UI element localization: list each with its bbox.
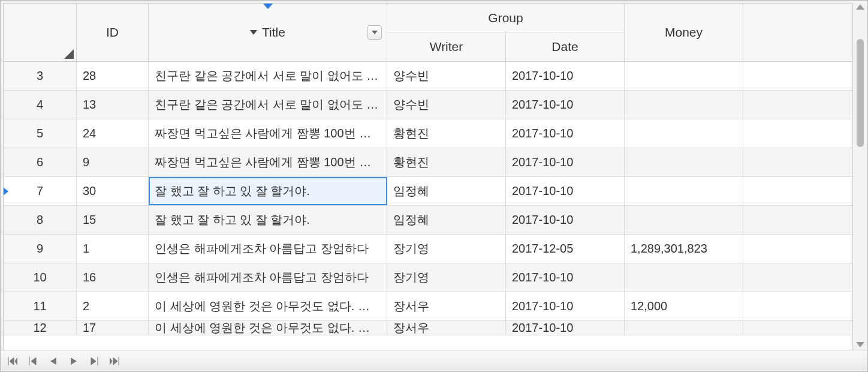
cell-money[interactable] — [625, 206, 743, 234]
cell-extra[interactable] — [743, 292, 838, 320]
table-row[interactable]: 91인생은 해파에게조차 아름답고 장엄하다장기영2017-12-051,289… — [4, 235, 852, 263]
table-row[interactable]: 1016인생은 해파에게조차 아름답고 장엄하다장기영2017-10-10 — [4, 263, 852, 292]
cell-writer[interactable]: 장기영 — [387, 263, 506, 292]
cell-id[interactable]: 24 — [77, 119, 149, 148]
scroll-up-arrow-icon[interactable] — [856, 4, 864, 10]
cell-rownum[interactable]: 8 — [4, 206, 77, 234]
cell-id[interactable]: 30 — [77, 177, 149, 205]
cell-extra[interactable] — [743, 62, 838, 90]
vertical-scrollbar[interactable] — [854, 3, 866, 349]
cell-title[interactable]: 친구란 같은 공간에서 서로 말이 없어도 그 고요함이 어색하지 않은 관계 — [149, 62, 387, 90]
table-row[interactable]: 1217이 세상에 영원한 것은 아무것도 없다. 우리의 문제들도 마찬가지다… — [4, 321, 852, 335]
cell-rownum[interactable]: 4 — [4, 91, 77, 119]
cell-title[interactable]: 이 세상에 영원한 것은 아무것도 없다. 우리의 문제들도 마찬가지다. — [149, 321, 387, 335]
cell-date[interactable]: 2017-10-10 — [506, 148, 625, 176]
cell-extra[interactable] — [743, 91, 838, 119]
cell-id[interactable]: 2 — [77, 292, 149, 320]
cell-rownum[interactable]: 9 — [4, 235, 77, 263]
cell-id[interactable]: 15 — [77, 206, 149, 234]
cell-writer[interactable]: 장서우 — [387, 321, 506, 335]
cell-rownum[interactable]: 5 — [4, 119, 77, 148]
cell-id[interactable]: 1 — [77, 235, 149, 263]
cell-writer[interactable]: 황현진 — [387, 119, 506, 148]
cell-money[interactable] — [625, 321, 743, 335]
cell-money[interactable] — [625, 263, 743, 292]
cell-writer[interactable]: 장기영 — [387, 235, 506, 263]
cell-writer[interactable]: 임정혜 — [387, 206, 506, 234]
cell-money[interactable] — [625, 91, 743, 119]
cell-writer[interactable]: 임정혜 — [387, 177, 506, 205]
cell-id[interactable]: 16 — [77, 263, 149, 292]
cell-title[interactable]: 잘 했고 잘 하고 있 잘 할거야. — [149, 177, 387, 205]
table-row[interactable]: 524짜장면 먹고싶은 사람에게 짬뽕 100번 먹어봐야 소용없다황현진201… — [4, 119, 852, 148]
cell-title[interactable]: 인생은 해파에게조차 아름답고 장엄하다 — [149, 263, 387, 292]
cell-date[interactable]: 2017-10-10 — [506, 91, 625, 119]
scroll-down-arrow-icon[interactable] — [856, 342, 864, 347]
cell-money[interactable]: 1,289,301,823 — [625, 235, 743, 263]
cell-date[interactable]: 2017-10-10 — [506, 321, 625, 335]
cell-rownum[interactable]: 11 — [4, 292, 77, 320]
table-row[interactable]: 815잘 했고 잘 하고 있 잘 할거야.임정혜2017-10-10 — [4, 206, 852, 235]
table-row[interactable]: 112이 세상에 영원한 것은 아무것도 없다. 우리의 문제들도 마찬가지다.… — [4, 292, 852, 321]
cell-money[interactable]: 12,000 — [625, 292, 743, 320]
cell-extra[interactable] — [743, 177, 838, 205]
cell-money[interactable] — [625, 62, 743, 90]
header-title[interactable]: Title — [149, 4, 387, 61]
header-date[interactable]: Date — [506, 32, 625, 61]
cell-writer[interactable]: 황현진 — [387, 148, 506, 176]
cell-title[interactable]: 친구란 같은 공간에서 서로 말이 없어도 그 고요함이 어색하지 않은 관계 — [149, 91, 387, 119]
cell-rownum[interactable]: 10 — [4, 263, 77, 292]
pager-prev-button[interactable] — [47, 355, 59, 367]
cell-extra[interactable] — [743, 148, 838, 176]
pager-next-page-button[interactable] — [88, 355, 100, 367]
cell-writer[interactable]: 양수빈 — [387, 91, 506, 119]
cell-id[interactable]: 13 — [77, 91, 149, 119]
pager-first-button[interactable] — [7, 355, 19, 367]
pager-last-button[interactable] — [108, 355, 120, 367]
cell-date[interactable]: 2017-10-10 — [506, 119, 625, 148]
cell-title[interactable]: 짜장면 먹고싶은 사람에게 짬뽕 100번 먹어봐야 소용없다 — [149, 148, 387, 176]
cell-rownum[interactable]: 7 — [4, 177, 77, 205]
cell-title[interactable]: 짜장면 먹고싶은 사람에게 짬뽕 100번 먹어봐야 소용없다 — [149, 119, 387, 148]
header-rownum[interactable] — [4, 4, 77, 61]
cell-extra[interactable] — [743, 235, 838, 263]
header-money[interactable]: Money — [625, 4, 743, 61]
cell-date[interactable]: 2017-10-10 — [506, 177, 625, 205]
table-row[interactable]: 413친구란 같은 공간에서 서로 말이 없어도 그 고요함이 어색하지 않은 … — [4, 91, 852, 119]
cell-date[interactable]: 2017-10-10 — [506, 263, 625, 292]
cell-extra[interactable] — [743, 206, 838, 234]
cell-writer[interactable]: 양수빈 — [387, 62, 506, 90]
table-row[interactable]: 69짜장면 먹고싶은 사람에게 짬뽕 100번 먹어봐야 소용없다황현진2017… — [4, 148, 852, 177]
scroll-thumb[interactable] — [857, 39, 864, 147]
cell-money[interactable] — [625, 148, 743, 176]
pager-prev-page-button[interactable] — [27, 355, 39, 367]
cell-extra[interactable] — [743, 119, 838, 148]
cell-extra[interactable] — [743, 321, 838, 335]
table-row[interactable]: 328친구란 같은 공간에서 서로 말이 없어도 그 고요함이 어색하지 않은 … — [4, 62, 852, 91]
cell-writer[interactable]: 장서우 — [387, 292, 506, 320]
cell-date[interactable]: 2017-10-10 — [506, 206, 625, 234]
header-group-top[interactable]: Group — [387, 4, 625, 32]
cell-date[interactable]: 2017-10-10 — [506, 62, 625, 90]
pager-next-button[interactable] — [68, 355, 80, 367]
cell-rownum[interactable]: 6 — [4, 148, 77, 176]
header-extra[interactable] — [743, 4, 838, 61]
cell-money[interactable] — [625, 177, 743, 205]
cell-id[interactable]: 17 — [77, 321, 149, 335]
header-date-label: Date — [551, 40, 578, 54]
cell-date[interactable]: 2017-12-05 — [506, 235, 625, 263]
cell-title[interactable]: 잘 했고 잘 하고 있 잘 할거야. — [149, 206, 387, 234]
cell-date[interactable]: 2017-10-10 — [506, 292, 625, 320]
cell-id[interactable]: 28 — [77, 62, 149, 90]
cell-money[interactable] — [625, 119, 743, 148]
cell-title[interactable]: 이 세상에 영원한 것은 아무것도 없다. 우리의 문제들도 마찬가지다. — [149, 292, 387, 320]
cell-title[interactable]: 인생은 해파에게조차 아름답고 장엄하다 — [149, 235, 387, 263]
header-id[interactable]: ID — [77, 4, 149, 61]
table-row[interactable]: 730잘 했고 잘 하고 있 잘 할거야.임정혜2017-10-10 — [4, 177, 852, 206]
cell-rownum[interactable]: 12 — [4, 321, 77, 335]
title-filter-button[interactable] — [367, 25, 382, 40]
cell-id[interactable]: 9 — [77, 148, 149, 176]
header-writer[interactable]: Writer — [387, 32, 506, 61]
cell-extra[interactable] — [743, 263, 838, 292]
cell-rownum[interactable]: 3 — [4, 62, 77, 90]
